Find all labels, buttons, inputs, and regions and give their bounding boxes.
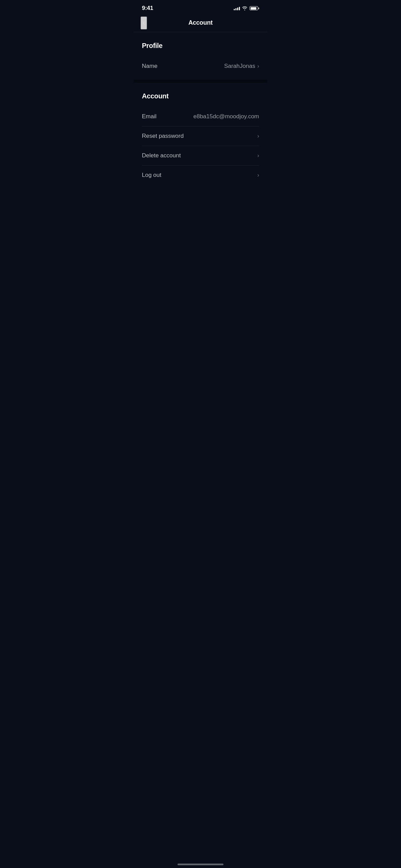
reset-password-right: › bbox=[257, 133, 259, 139]
profile-section-title: Profile bbox=[142, 42, 259, 50]
account-section: Account Email e8ba15dc@moodjoy.com Reset… bbox=[134, 83, 267, 189]
name-row[interactable]: Name SarahJonas › bbox=[142, 57, 259, 76]
log-out-row[interactable]: Log out › bbox=[142, 166, 259, 185]
signal-bars-icon bbox=[234, 6, 240, 10]
section-separator bbox=[134, 80, 267, 83]
name-value-container: SarahJonas › bbox=[224, 63, 259, 70]
name-label: Name bbox=[142, 63, 157, 70]
status-time: 9:41 bbox=[142, 5, 153, 12]
email-value: e8ba15dc@moodjoy.com bbox=[193, 113, 259, 120]
log-out-label: Log out bbox=[142, 172, 161, 179]
content: Profile Name SarahJonas › Account Email … bbox=[134, 32, 267, 189]
back-button[interactable]: ‹ bbox=[141, 16, 147, 29]
status-icons bbox=[234, 6, 259, 10]
reset-password-label: Reset password bbox=[142, 133, 184, 140]
delete-account-right: › bbox=[257, 153, 259, 159]
account-section-title: Account bbox=[142, 92, 259, 100]
page-title: Account bbox=[189, 19, 213, 26]
wifi-icon bbox=[242, 6, 247, 10]
name-value: SarahJonas bbox=[224, 63, 255, 70]
nav-header: ‹ Account bbox=[134, 15, 267, 32]
delete-account-label: Delete account bbox=[142, 152, 181, 159]
email-value-container: e8ba15dc@moodjoy.com bbox=[193, 113, 259, 120]
battery-icon bbox=[250, 6, 259, 10]
signal-bar-1 bbox=[234, 9, 235, 10]
signal-bar-4 bbox=[239, 7, 240, 10]
delete-account-chevron-icon: › bbox=[257, 153, 259, 159]
log-out-right: › bbox=[257, 172, 259, 178]
reset-password-row[interactable]: Reset password › bbox=[142, 126, 259, 146]
reset-password-chevron-icon: › bbox=[257, 133, 259, 139]
email-row: Email e8ba15dc@moodjoy.com bbox=[142, 107, 259, 126]
signal-bar-2 bbox=[235, 8, 236, 10]
log-out-chevron-icon: › bbox=[257, 172, 259, 178]
delete-account-row[interactable]: Delete account › bbox=[142, 146, 259, 166]
profile-section: Profile Name SarahJonas › bbox=[134, 32, 267, 80]
email-label: Email bbox=[142, 113, 157, 120]
status-bar: 9:41 bbox=[134, 0, 267, 15]
signal-bar-3 bbox=[237, 8, 238, 10]
name-chevron-icon: › bbox=[257, 63, 259, 69]
